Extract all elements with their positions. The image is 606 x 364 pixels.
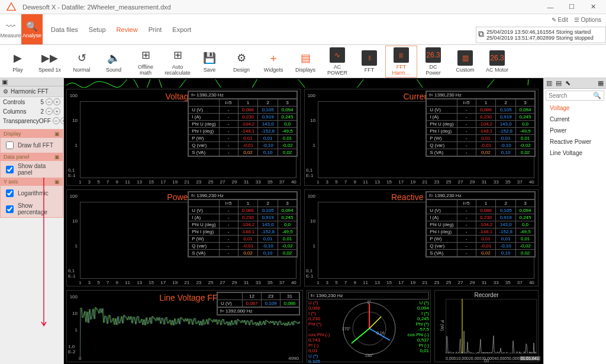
y-axis: 1001010,1 E-1 <box>68 194 78 279</box>
channel-item-line-voltage[interactable]: Line Voltage <box>544 147 606 159</box>
design-icon: ⚙ <box>234 50 249 66</box>
mode-measure[interactable]: 〰 Measure <box>0 14 21 44</box>
right-strip: ▥ ▤ ⬉ ▦ <box>544 78 606 89</box>
data-panel: f= 1390,230 Hzi=5123U (V)-0,0860,1050,09… <box>426 191 536 257</box>
status-line-0: 25/04/2019 13:50:46,161554 Storing start… <box>486 29 594 35</box>
normal-button[interactable]: ↺Normal <box>66 46 97 77</box>
chart-current[interactable]: Current FFT1001010,1 E-11357911131517192… <box>304 89 539 186</box>
y-axis: 1001010,1 E-1 <box>68 93 78 178</box>
play-icon: ▶ <box>10 50 25 66</box>
right-panel: ▥ ▤ ⬉ ▦ 🔍 VoltageCurrentPowerReactive Po… <box>543 78 606 364</box>
x-axis: 13579111315171921232527293133353740 <box>79 280 296 286</box>
controls-value: 5 <box>40 99 44 105</box>
displays-button[interactable]: ▤Displays <box>290 46 321 77</box>
dcpower-button[interactable]: 26.3DC Power <box>418 46 449 77</box>
svg-rect-11 <box>446 299 537 353</box>
mode-analyse[interactable]: 🔍 Analyse <box>21 14 43 44</box>
topnav-data-files[interactable]: Data files <box>51 26 78 33</box>
widgets-button[interactable]: ＋Widgets <box>258 46 289 77</box>
y-axis: 1001010,1 E-1 <box>306 93 315 178</box>
logarithmic-checkbox[interactable]: Logarithmic <box>1 186 63 201</box>
design-button[interactable]: ⚙Design <box>226 46 257 77</box>
section-yaxis[interactable]: Y axis▣ <box>1 178 63 186</box>
transp-dec[interactable]: − <box>53 117 60 124</box>
recorder-chart[interactable]: RecorderP (W)0,00010,00020,00030,00040,0… <box>434 290 539 362</box>
speed-button[interactable]: ▶▶Speed 1x <box>34 46 65 77</box>
show-data-panel-checkbox[interactable]: Show data panel <box>1 161 63 178</box>
controls-dec[interactable]: − <box>46 98 53 105</box>
acpower-button[interactable]: ∿AC POWER <box>322 46 353 77</box>
custom-button[interactable]: ▥Custom <box>450 46 481 77</box>
left-panel-title: ⚙ Harmonic FFT <box>0 86 63 97</box>
fft-icon: ⫴ <box>362 50 377 66</box>
edit-link[interactable]: ✎ Edit <box>552 17 568 23</box>
acmotor-icon: 26.3 <box>489 50 505 66</box>
draw-full-fft-checkbox[interactable]: Draw full FFT <box>1 138 63 153</box>
sound-button[interactable]: 🔈Sound <box>98 46 129 77</box>
toolbar: ▶Play▶▶Speed 1x↺Normal🔈Sound⊞Offline mat… <box>0 45 606 78</box>
channel-item-voltage[interactable]: Voltage <box>544 102 606 114</box>
section-display[interactable]: Display▣ <box>1 130 63 138</box>
columns-value: 2 <box>40 108 44 115</box>
show-percentage-checkbox[interactable]: Show percentage <box>1 201 63 217</box>
fftharm-button[interactable]: ⫼FFT Harm… <box>386 46 417 77</box>
topnav-print[interactable]: Print <box>149 26 162 33</box>
cursor-icon[interactable]: ⬉ <box>565 79 570 87</box>
chart-voltage[interactable]: Voltage FFT1001010,1 E-11357911131517192… <box>66 89 301 186</box>
columns-inc[interactable]: + <box>53 108 60 115</box>
displays-icon: ▤ <box>298 50 313 66</box>
x-axis: 13579111315171921232527293133353740 <box>317 280 534 286</box>
window-title: Dewesoft X - Datafile: 2Wheeler_measurem… <box>20 4 540 11</box>
left-panel: ▣ ⚙ Harmonic FFT Controls 5 −+ Columns 2… <box>0 78 64 364</box>
mode-measure-label: Measure <box>0 33 21 38</box>
minimize-button[interactable]: — <box>540 0 561 14</box>
channel-item-reactive-power[interactable]: Reactive Power <box>544 136 606 147</box>
svg-text:180°: 180° <box>365 353 374 357</box>
sound-icon: 🔈 <box>106 50 121 66</box>
chart-line-voltage[interactable]: Line Voltage FFT1001011,0 E-204990122331… <box>66 290 303 362</box>
left-strip: ▣ <box>0 78 63 86</box>
offmath-button[interactable]: ⊞Offline math <box>130 46 161 77</box>
transparency-value: OFF <box>39 118 51 124</box>
topnav-review[interactable]: Review <box>117 26 138 33</box>
controls-inc[interactable]: + <box>53 98 60 105</box>
svg-text:0°: 0° <box>368 300 372 304</box>
close-button[interactable]: ✕ <box>582 0 604 14</box>
recalc-button[interactable]: ⊞Auto recalculate <box>162 46 193 77</box>
y-axis: 1001010,1 E-1 <box>306 194 315 279</box>
maximize-button[interactable]: ☐ <box>561 0 582 14</box>
svg-text:270°: 270° <box>342 327 351 331</box>
svg-line-9 <box>369 317 381 328</box>
columns-dec[interactable]: − <box>46 108 53 115</box>
transparency-row: Transparency OFF −+ <box>0 116 63 125</box>
folder-icon[interactable]: ▥ <box>546 79 552 87</box>
data-panel: f= 1390,230 Hzi=5123U (V)-0,0860,1050,09… <box>188 191 298 257</box>
save-button[interactable]: 💾Save <box>194 46 225 77</box>
play-button[interactable]: ▶Play <box>2 46 33 77</box>
x-axis: 13579111315171921232527293133353740 <box>79 179 296 185</box>
mode-analyse-label: Analyse <box>22 33 41 38</box>
section-data-panel[interactable]: Data panel▣ <box>1 153 63 161</box>
acpower-icon: ∿ <box>330 47 345 63</box>
x-axis: 13579111315171921232527293133353740 <box>317 179 534 185</box>
ribbon: 〰 Measure 🔍 Analyse Data filesSetupRevie… <box>0 14 606 45</box>
options-link[interactable]: ☰ Options <box>574 17 601 23</box>
acmotor-button[interactable]: 26.3AC Motor <box>482 46 512 77</box>
chart-power[interactable]: Power FFT1001010,1 E-1135791113151719212… <box>66 189 301 286</box>
chart-reactive[interactable]: Reactive Power FFT1001010,1 E-1135791113… <box>304 189 539 286</box>
app-logo-icon <box>6 2 17 12</box>
overview-strip[interactable] <box>66 79 541 88</box>
topnav-setup[interactable]: Setup <box>89 26 106 33</box>
status-line-1: 25/04/2019 13:51:47,802899 Storing stopp… <box>486 35 594 41</box>
controls-row: Controls 5 −+ <box>0 97 63 107</box>
topnav-export[interactable]: Export <box>172 26 191 33</box>
grid-icon[interactable]: ▦ <box>598 79 604 87</box>
columns-label: Columns <box>3 108 26 115</box>
vector-scope[interactable]: f= 1390,230 HzU (*)0,086I (*)0,230Phi (*… <box>307 290 431 362</box>
channel-item-power[interactable]: Power <box>544 125 606 136</box>
channel-item-current[interactable]: Current <box>544 114 606 125</box>
polar-plot: 0°180°270°0,16 <box>340 299 399 358</box>
list-icon[interactable]: ▤ <box>556 79 562 87</box>
svg-text:0,16: 0,16 <box>376 331 385 335</box>
fft-button[interactable]: ⫴FFT <box>354 46 385 77</box>
